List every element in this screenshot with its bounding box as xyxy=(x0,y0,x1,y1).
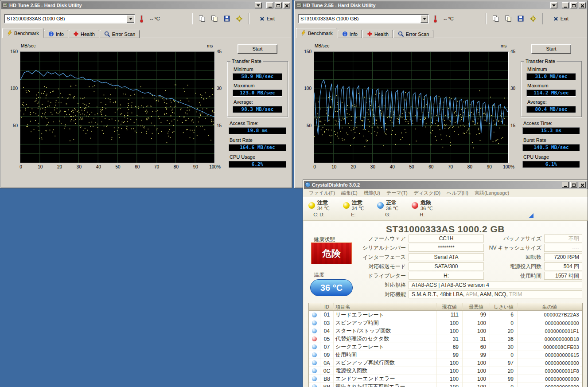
rollup-button[interactable] xyxy=(550,2,557,8)
y-axis-right-tick: 15 xyxy=(217,123,222,128)
magnifier-icon xyxy=(398,31,404,37)
smart-cell: 0 xyxy=(490,351,518,359)
menu-bar: ファイル(F) 編集(E) 機能(U) テーマ(T) ディスク(D) ヘルプ(H… xyxy=(303,189,588,197)
smart-row[interactable]: 0Aスピンアップ再試行回数10010097000000000000 xyxy=(309,359,582,367)
smart-cell: 100 xyxy=(437,375,463,383)
drive-status-text: 正常 xyxy=(386,200,398,206)
exit-button[interactable]: Exit xyxy=(255,15,279,22)
maximize-button[interactable] xyxy=(275,2,282,8)
info-label: 使用時間 xyxy=(487,272,541,280)
status-dot-good xyxy=(312,313,317,317)
drive-item-g[interactable]: 正常 36 ℃ G: xyxy=(377,200,398,219)
title-bar[interactable]: HD Tune 2.55 - Hard Disk Utility xyxy=(295,1,587,9)
benchmark-panel: MB/secms15010050453015010203040506070809… xyxy=(1,38,291,187)
tab-error-scan[interactable]: Error Scan xyxy=(393,30,434,38)
drive-select-arrow-icon[interactable] xyxy=(421,15,428,23)
smart-row[interactable]: 01リードエラーレート1119960000027B22A3 xyxy=(309,311,582,319)
title-bar[interactable]: CrystalDiskInfo 3.0.2 xyxy=(304,181,587,189)
title-bar[interactable]: HD Tune 2.55 - Hard Disk Utility xyxy=(1,1,291,9)
menu-disk[interactable]: ディスク(D) xyxy=(411,190,444,196)
smart-cell: 0C xyxy=(320,367,334,375)
copy-icon[interactable] xyxy=(196,13,208,24)
menu-edit[interactable]: 編集(E) xyxy=(338,190,361,196)
x-axis-tick: 20 xyxy=(346,164,361,169)
smart-cell: 100 xyxy=(437,383,463,387)
minimize-button[interactable] xyxy=(562,182,569,188)
smart-row[interactable]: BB報告された訂正不可能エラー1001000000000000000 xyxy=(309,383,582,387)
tab-error-scan[interactable]: Error Scan xyxy=(100,30,140,38)
info-label: バッファサイズ xyxy=(487,235,541,242)
drive-item-cd[interactable]: 注意 34 ℃ C: D: xyxy=(308,200,330,219)
tab-health[interactable]: Health xyxy=(69,30,99,38)
close-button[interactable] xyxy=(579,182,586,188)
info-label: ファームウェア xyxy=(356,235,406,242)
smart-row[interactable]: 05代替処理済のセクタ数313136000000000B18 xyxy=(309,335,582,343)
y-axis-left-unit: MB/sec xyxy=(21,43,35,48)
smart-row[interactable]: 0C電源投入回数100100200000000001F8 xyxy=(309,367,582,375)
smart-cell: 0A xyxy=(320,359,334,367)
smart-row[interactable]: 09使用時間99990000000000615 xyxy=(309,351,582,359)
benchmark-icon xyxy=(300,30,306,36)
menu-theme[interactable]: テーマ(T) xyxy=(383,190,411,196)
drive-list: 注意 34 ℃ C: D: 注意 34 ℃ E: 正常 36 ℃ G: 危険 3… xyxy=(303,197,588,221)
exit-button[interactable]: Exit xyxy=(549,15,573,22)
tab-info[interactable]: Info xyxy=(338,30,362,38)
info-value: SATA/300 xyxy=(409,262,484,270)
burst-rate-label: Burst Rate xyxy=(230,137,285,143)
feature-item: APM xyxy=(466,291,477,297)
menu-function[interactable]: 機能(U) xyxy=(361,190,383,196)
tab-label: Benchmark xyxy=(308,31,333,36)
minimize-button[interactable] xyxy=(562,2,569,8)
start-button[interactable]: Start xyxy=(238,44,277,54)
smart-status-cell xyxy=(309,319,320,327)
copy-file-icon[interactable] xyxy=(208,13,221,24)
x-axis-tick: 70 xyxy=(149,164,164,169)
menu-help[interactable]: ヘルプ(H) xyxy=(444,190,471,196)
smart-row[interactable]: 03スピンアップ時間1001000000000000000 xyxy=(309,319,582,327)
tab-label: Error Scan xyxy=(112,31,136,37)
tab-health[interactable]: Health xyxy=(362,30,393,38)
benchmark-chart xyxy=(20,52,214,163)
maximize-button[interactable] xyxy=(570,182,577,188)
rollup-button[interactable] xyxy=(255,2,262,8)
options-gear-icon[interactable] xyxy=(527,13,539,24)
copy-file-icon[interactable] xyxy=(502,13,514,24)
copy-icon[interactable] xyxy=(490,13,502,24)
close-button[interactable] xyxy=(283,2,290,8)
thermometer-icon xyxy=(135,13,148,24)
drive-select-arrow-icon[interactable] xyxy=(127,15,134,23)
access-time-label: Access Time: xyxy=(230,121,285,126)
smart-row[interactable]: 07シークエラーレート6960300000008CFE03 xyxy=(309,343,582,351)
tab-benchmark[interactable]: Benchmark xyxy=(2,28,43,38)
y-axis-left-tick: 150 xyxy=(297,49,312,54)
maximize-button[interactable] xyxy=(570,2,577,8)
info-value: ---- xyxy=(544,244,582,252)
drive-item-e[interactable]: 注意 34 ℃ E: xyxy=(343,200,364,219)
menu-file[interactable]: ファイル(F) xyxy=(306,190,338,196)
access-time-value: 19.8 ms xyxy=(229,127,286,134)
tab-info[interactable]: Info xyxy=(44,30,68,38)
info-label: 電源投入回数 xyxy=(487,263,541,270)
tab-benchmark[interactable]: Benchmark xyxy=(296,28,337,38)
drive-list-scroll-arrow-icon[interactable] xyxy=(529,213,533,218)
options-gear-icon[interactable] xyxy=(233,13,245,24)
start-button[interactable]: Start xyxy=(531,44,571,54)
save-icon[interactable] xyxy=(514,13,527,24)
info-value: 504 回 xyxy=(544,262,582,270)
smart-row[interactable]: 04スタート/ストップ回数100100200000000001F1 xyxy=(309,327,582,335)
drive-item-h[interactable]: 危険 36 ℃ H: xyxy=(412,200,433,219)
feature-item: , AAM, NCQ, xyxy=(477,291,509,297)
minimize-button[interactable] xyxy=(266,2,273,8)
save-icon[interactable] xyxy=(221,13,233,24)
health-status-badge[interactable]: 危険 xyxy=(311,242,352,264)
maximum-value: 123.0 MB/sec xyxy=(233,90,282,97)
y-axis-right-tick: 45 xyxy=(510,49,515,54)
drive-select[interactable]: ST31000333AS (1000 GB) xyxy=(4,14,135,23)
close-button[interactable] xyxy=(579,2,586,8)
drive-info-grid: ファームウェアCC1Hバッファサイズ不明シリアルナンバー********NV キ… xyxy=(356,235,582,298)
cpu-usage-label: CPU Usage xyxy=(523,154,579,160)
y-axis-right-unit: ms xyxy=(501,43,506,48)
drive-select[interactable]: ST31000333AS (1000 GB) xyxy=(298,14,429,23)
menu-language[interactable]: 言語(Language) xyxy=(471,190,512,196)
smart-row[interactable]: B8エンドツーエンドエラー10010099000000000000 xyxy=(309,375,582,383)
